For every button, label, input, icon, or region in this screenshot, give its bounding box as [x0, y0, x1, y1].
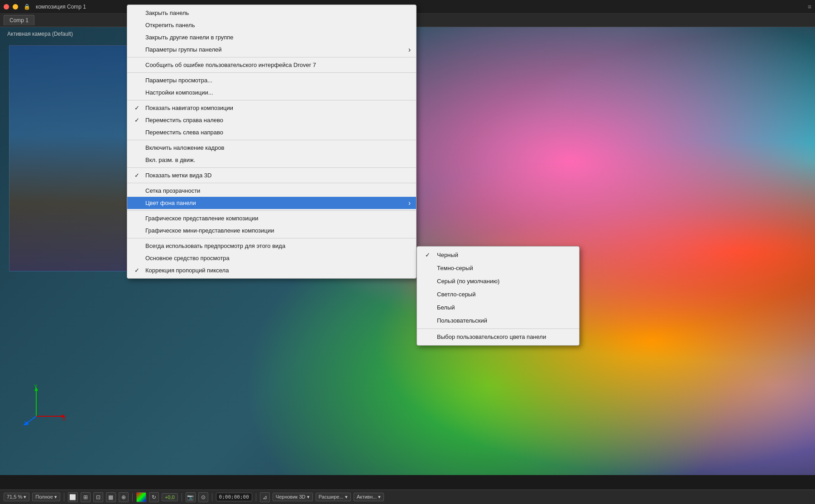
camera-icon[interactable]: 📷 — [186, 492, 196, 502]
menu-item-move-left-right[interactable]: Переместить слева направо — [127, 126, 416, 138]
comp-tab[interactable]: Comp 1 — [4, 15, 34, 25]
menu-separator — [127, 72, 416, 73]
menu-item-move-right-left[interactable]: Переместить справа налево — [127, 114, 416, 126]
active-control[interactable]: Активн... — [354, 493, 384, 501]
menu-item-report-error[interactable]: Сообщить об ошибке пользовательского инт… — [127, 59, 416, 71]
menu-item-comp-settings[interactable]: Настройки композиции... — [127, 86, 416, 99]
separator-4 — [212, 493, 212, 501]
menu-item-close-other[interactable]: Закрыть другие панели в группе — [127, 31, 416, 43]
quality-control[interactable]: Полное — [32, 493, 60, 501]
menu-item-undock-panel[interactable]: Открепить панель — [127, 19, 416, 31]
menu-separator — [127, 167, 416, 168]
menu-item-panel-group-settings[interactable]: Параметры группы панелей — [127, 43, 416, 56]
bg-color-submenu: ЧерныйТемно-серыйСерый (по умолчанию)Све… — [417, 246, 580, 346]
separator-1 — [64, 493, 64, 501]
camera-label: Активная камера (Default) — [7, 31, 73, 37]
submenu-separator — [417, 328, 579, 329]
timecode[interactable]: 0;00;00;00 — [216, 493, 252, 501]
menu-item-transparency-grid[interactable]: Сетка прозрачности — [127, 185, 416, 197]
menu-separator — [127, 140, 416, 140]
submenu-item-custom-color-picker[interactable]: Выбор пользовательского цвета панели — [417, 330, 579, 343]
menu-item-close-panel[interactable]: Закрыть панель — [127, 7, 416, 19]
menu-item-motion-blur[interactable]: Вкл. разм. в движ. — [127, 154, 416, 166]
icon-btn-1[interactable]: ⬜ — [68, 492, 78, 502]
menu-item-main-viewer[interactable]: Основное средство просмотра — [127, 252, 416, 264]
refresh-icon[interactable]: ↻ — [149, 492, 159, 502]
separator-5 — [256, 493, 256, 501]
title-text: композиция Comp 1 — [36, 4, 86, 10]
close-button[interactable] — [4, 4, 9, 10]
submenu-item-light-gray[interactable]: Светло-серый — [417, 288, 579, 301]
color-icon[interactable]: ● — [136, 492, 146, 502]
3d-axes: Y X Z — [23, 385, 68, 425]
menu-item-always-preview[interactable]: Всегда использовать предпросмотр для это… — [127, 240, 416, 252]
menu-item-view-settings[interactable]: Параметры просмотра... — [127, 74, 416, 86]
menu-icon[interactable]: ≡ — [808, 3, 811, 10]
separator-3 — [182, 493, 182, 501]
render-mode[interactable]: Черновик 3D — [273, 493, 313, 501]
submenu-item-gray-default[interactable]: Серый (по умолчанию) — [417, 275, 579, 288]
menu-item-pixel-correction[interactable]: Коррекция пропорций пиксела — [127, 264, 416, 276]
expand-control[interactable]: Расшире... — [316, 493, 351, 501]
menu-item-comp-graph[interactable]: Графическое представление композиции — [127, 212, 416, 224]
menu-separator — [127, 183, 416, 183]
silhouette-figure — [9, 45, 136, 271]
svg-text:Z: Z — [24, 421, 27, 425]
menu-item-show-3d-markers[interactable]: Показать метки вида 3D — [127, 169, 416, 181]
icon-btn-2[interactable]: ⊞ — [81, 492, 91, 502]
icon-btn-3[interactable]: ⊡ — [93, 492, 103, 502]
icon-btn-5[interactable]: ⊕ — [119, 492, 129, 502]
nav-icon[interactable]: ⊿ — [260, 492, 270, 502]
submenu-item-black[interactable]: Черный — [417, 248, 579, 262]
context-menu: Закрыть панельОткрепить панельЗакрыть др… — [127, 5, 417, 279]
lock-icon: 🔒 — [24, 4, 30, 10]
menu-separator — [127, 210, 416, 211]
svg-text:Y: Y — [34, 385, 38, 389]
menu-item-bg-color[interactable]: Цвет фона панели — [127, 197, 416, 209]
menu-separator — [127, 57, 416, 57]
separator-2 — [132, 493, 133, 501]
menu-separator — [127, 238, 416, 238]
icon-btn-4[interactable]: ▦ — [106, 492, 116, 502]
submenu-item-custom[interactable]: Пользовательский — [417, 314, 579, 327]
menu-separator — [127, 100, 416, 100]
submenu-item-dark-gray[interactable]: Темно-серый — [417, 262, 579, 275]
submenu-item-white[interactable]: Белый — [417, 301, 579, 314]
zoom-control[interactable]: 71,5 % — [4, 493, 29, 501]
minimize-button[interactable] — [13, 4, 18, 10]
svg-text:X: X — [62, 416, 66, 422]
clock-icon[interactable]: ⊙ — [198, 492, 208, 502]
menu-item-comp-mini-graph[interactable]: Графическое мини-представление композици… — [127, 224, 416, 237]
menu-item-show-nav[interactable]: Показать навигатор композиции — [127, 102, 416, 114]
color-offset[interactable]: +0,0 — [162, 493, 178, 501]
bottom-toolbar: 71,5 % Полное ⬜ ⊞ ⊡ ▦ ⊕ ● ↻ +0,0 📷 ⊙ 0;0… — [0, 490, 815, 504]
menu-item-frame-overlay[interactable]: Включить наложение кадров — [127, 142, 416, 154]
